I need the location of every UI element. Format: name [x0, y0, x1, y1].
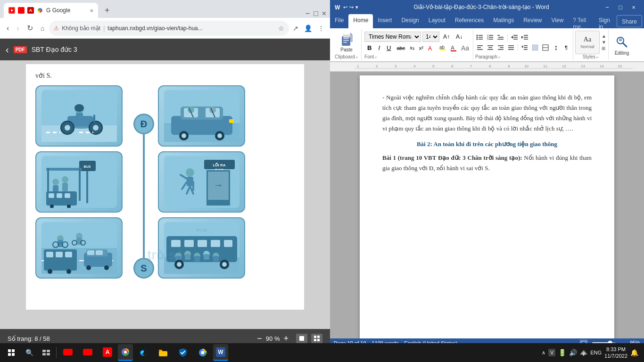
multilevel-list-btn[interactable]	[496, 33, 505, 42]
font-size-increase-btn[interactable]: A↑	[441, 32, 452, 42]
network-icon[interactable]	[580, 349, 587, 356]
text-effects-btn[interactable]: A	[426, 43, 437, 53]
svg-point-47	[104, 265, 109, 270]
share-btn[interactable]: ↗	[291, 23, 300, 34]
tab-home[interactable]: Home	[348, 14, 373, 28]
sign-in-btn[interactable]: Sign in	[594, 14, 615, 28]
superscript-btn[interactable]: x²	[417, 43, 425, 53]
quick-access-dropdown[interactable]: ▾	[355, 4, 358, 10]
justify-btn[interactable]	[506, 43, 516, 52]
taskbar-security[interactable]	[173, 344, 192, 361]
taskbar-youtube2[interactable]	[78, 344, 97, 361]
show-marks-btn[interactable]: ¶	[561, 43, 571, 52]
back-btn[interactable]: ‹	[4, 22, 12, 34]
tab-insert[interactable]: Insert	[373, 14, 396, 28]
bullets-btn[interactable]	[475, 33, 485, 42]
search-taskbar[interactable]: 🔍	[22, 344, 37, 361]
bold-btn[interactable]: B	[364, 43, 374, 53]
decrease-indent-btn[interactable]	[510, 33, 519, 42]
paste-btn[interactable]: Paste	[339, 32, 354, 53]
tab-close-btn[interactable]: ×	[90, 7, 93, 14]
taskbar-adobe[interactable]: A	[98, 344, 117, 361]
styles-down-btn[interactable]: ▼	[602, 40, 606, 45]
minimize-btn[interactable]: −	[305, 9, 310, 18]
shading-btn[interactable]	[530, 43, 540, 52]
sys-tray-expand[interactable]: ∧	[542, 350, 545, 356]
font-color-btn[interactable]: A	[449, 43, 459, 53]
redo-icon[interactable]: ↪	[349, 4, 354, 10]
battery-icon[interactable]: 🔋	[558, 349, 566, 356]
tab-file[interactable]: File	[330, 14, 348, 28]
editing-btn[interactable]: Editing	[611, 33, 632, 57]
subscript-btn[interactable]: x₂	[408, 43, 416, 53]
highlight-btn[interactable]: ab	[438, 43, 448, 53]
zoom-plus-btn[interactable]: +	[283, 334, 289, 344]
task-view-btn[interactable]	[38, 344, 54, 361]
pdf-back-btn[interactable]: ‹	[6, 44, 9, 55]
tab-design[interactable]: Design	[396, 14, 423, 28]
input-method-indicator[interactable]: V	[548, 349, 555, 356]
align-right-btn[interactable]	[496, 43, 505, 52]
diagram-area: BUS	[35, 85, 295, 302]
sound-icon[interactable]: 🔊	[569, 349, 577, 356]
refresh-btn[interactable]: ↻	[24, 22, 36, 34]
start-btn[interactable]	[2, 344, 21, 361]
bookmark-icon[interactable]: ☆	[278, 25, 284, 32]
font-size-select[interactable]: 14	[422, 32, 439, 42]
share-btn[interactable]: Share	[617, 15, 642, 27]
tab-review[interactable]: Review	[519, 14, 546, 28]
taskbar-chrome2[interactable]	[193, 344, 212, 361]
align-center-btn[interactable]	[486, 43, 495, 52]
tab-mailings[interactable]: Mailings	[488, 14, 519, 28]
clipboard-expand-icon[interactable]: ⌐	[356, 55, 358, 59]
italic-btn[interactable]: I	[375, 43, 383, 53]
tab-references[interactable]: References	[450, 14, 488, 28]
word-minimize-btn[interactable]: −	[601, 0, 614, 14]
tab-layout[interactable]: Layout	[424, 14, 450, 28]
numbering-btn[interactable]: 1.2.3.	[486, 33, 495, 42]
font-name-select[interactable]: Times New Roman	[364, 32, 421, 42]
browser-tab[interactable]: A G Google ×	[4, 3, 98, 18]
align-left-btn[interactable]	[475, 43, 485, 52]
increase-indent-btn[interactable]	[520, 33, 529, 42]
home-btn[interactable]: ⌂	[38, 23, 47, 34]
font-size-decrease-btn[interactable]: A↓	[454, 32, 465, 42]
taskbar-youtube1[interactable]	[58, 344, 77, 361]
underline-btn[interactable]: U	[384, 43, 394, 53]
zoom-minus-btn[interactable]: −	[257, 334, 262, 344]
tab-tell-me[interactable]: ? Tell me...	[568, 14, 594, 28]
undo-icon[interactable]: ↩	[343, 4, 347, 10]
paragraph-expand-icon[interactable]: ⌐	[498, 55, 501, 59]
language-indicator[interactable]: ENG	[590, 350, 602, 355]
forward-btn[interactable]: ›	[14, 22, 22, 34]
view-multi-icon[interactable]	[311, 334, 322, 343]
styles-up-btn[interactable]: ▲	[602, 33, 606, 39]
notification-icon[interactable]: 🔔	[630, 349, 638, 356]
sort-btn[interactable]: ↕	[551, 43, 561, 52]
new-tab-btn[interactable]: +	[100, 3, 115, 18]
styles-box[interactable]: Aa Normal	[575, 31, 600, 54]
view-single-icon[interactable]	[296, 334, 307, 343]
tab-view[interactable]: View	[547, 14, 569, 28]
line-spacing-btn[interactable]	[520, 43, 529, 52]
taskbar-explorer[interactable]	[154, 344, 173, 361]
font-size-aa-btn[interactable]: Aa	[460, 44, 470, 52]
taskbar-edge[interactable]	[134, 344, 153, 361]
font-expand-icon[interactable]: ⌐	[375, 55, 377, 59]
borders-btn[interactable]	[541, 43, 550, 52]
close-btn[interactable]: ×	[322, 9, 326, 18]
account-btn[interactable]: 👤	[302, 23, 314, 34]
address-bar[interactable]: ⚠ Không bảo mật | taphuan.nxbgd.vn/giao-…	[49, 21, 289, 36]
svg-point-25	[62, 176, 68, 183]
styles-more-btn[interactable]: ⊞	[602, 46, 606, 51]
word-close-btn[interactable]: ×	[627, 0, 640, 14]
menu-btn[interactable]: ⋮	[316, 23, 326, 34]
word-document-area[interactable]: - Ngoài việc nghiêm chỉnh chấp hành các …	[330, 72, 644, 338]
taskbar-word[interactable]: W	[213, 344, 228, 361]
styles-expand-icon[interactable]: ⌐	[596, 55, 599, 59]
restore-btn[interactable]: □	[314, 9, 318, 18]
clock-display[interactable]: 8:33 PM 11/7/2022	[604, 346, 627, 360]
taskbar-chrome[interactable]	[118, 344, 133, 361]
word-restore-btn[interactable]: □	[614, 0, 627, 14]
strikethrough-btn[interactable]: abc	[395, 43, 407, 53]
